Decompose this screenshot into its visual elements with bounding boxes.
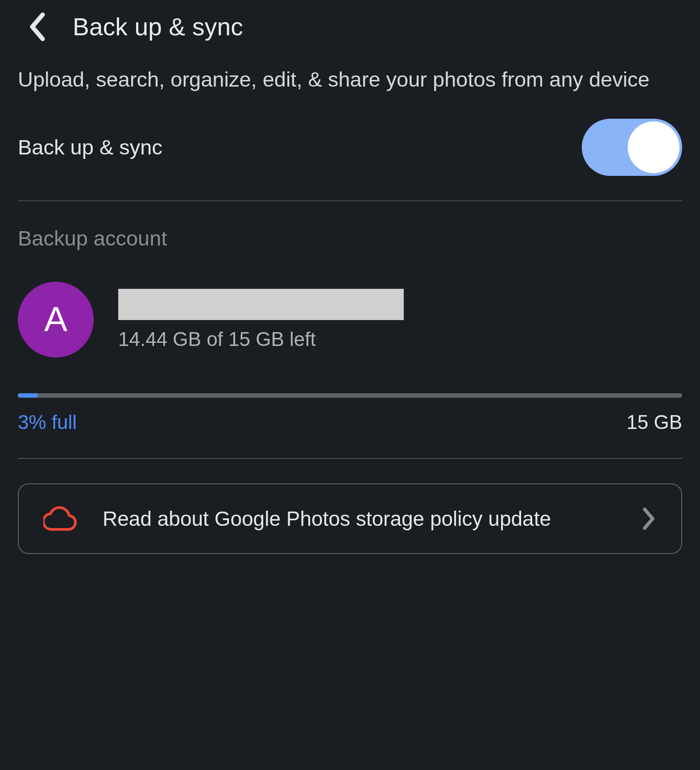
backup-sync-toggle-label: Back up & sync	[18, 135, 162, 159]
backup-sync-toggle-row[interactable]: Back up & sync	[18, 119, 682, 200]
storage-progress-fill	[18, 393, 38, 398]
storage-percent-full: 3% full	[18, 411, 77, 433]
header: Back up & sync	[18, 0, 682, 65]
storage-remaining-label: 14.44 GB of 15 GB left	[118, 328, 404, 350]
storage-policy-text: Read about Google Photos storage policy …	[103, 504, 616, 533]
page-title: Back up & sync	[73, 12, 243, 41]
avatar-letter: A	[44, 299, 67, 340]
back-icon[interactable]	[27, 11, 48, 42]
storage-progress-labels: 3% full 15 GB	[18, 411, 682, 458]
backup-account-section-label: Backup account	[18, 201, 682, 282]
account-email-redacted	[118, 289, 404, 320]
divider	[18, 200, 682, 201]
storage-policy-card[interactable]: Read about Google Photos storage policy …	[18, 483, 682, 554]
divider	[18, 458, 682, 459]
storage-progress-bar	[18, 393, 682, 398]
cloud-icon	[43, 506, 78, 532]
settings-screen: Back up & sync Upload, search, organize,…	[0, 0, 700, 572]
backup-account-row[interactable]: A 14.44 GB of 15 GB left	[18, 282, 682, 393]
storage-total: 15 GB	[626, 411, 682, 433]
avatar: A	[18, 282, 94, 358]
account-info: 14.44 GB of 15 GB left	[118, 289, 404, 350]
toggle-knob	[628, 121, 679, 173]
backup-sync-toggle[interactable]	[582, 119, 682, 176]
chevron-right-icon	[641, 506, 657, 532]
page-description: Upload, search, organize, edit, & share …	[18, 65, 682, 119]
